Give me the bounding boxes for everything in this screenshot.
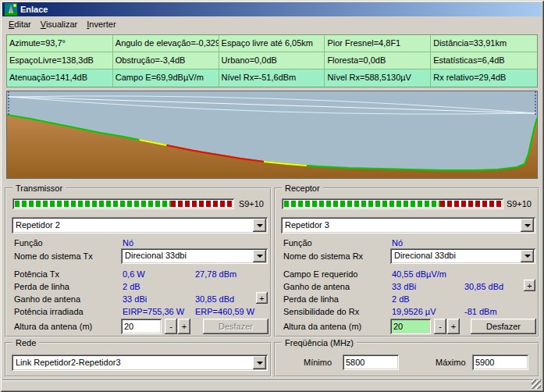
tx-line-loss-label: Perda de linha	[14, 282, 69, 291]
rx-signal-level-label: S9+10	[507, 199, 532, 208]
rx-unit-combobox[interactable]: Repetidor 3	[281, 217, 535, 233]
tx-power-label: Potência Tx	[14, 269, 59, 279]
menubar: Editar Visualizar Inverter	[2, 16, 542, 32]
rx-sens-uv: 19,9526 µV	[392, 307, 436, 316]
rx-signal-meter	[282, 198, 503, 209]
tx-erp-value: ERP=460,59 W	[195, 307, 254, 316]
tx-line-loss-value: 2 dB	[123, 282, 140, 291]
rx-unit-selected: Repetidor 3	[285, 220, 519, 230]
rx-height-decrease-button[interactable]: -	[434, 319, 446, 334]
tx-height-increase-button[interactable]: +	[178, 319, 190, 334]
group-title: Transmissor	[12, 183, 66, 194]
rx-system-selected: Direcional 33dbi	[394, 251, 519, 260]
menu-item-visualizar[interactable]: Visualizar	[36, 17, 83, 31]
tx-radiated-label: Potência irradiada	[14, 307, 84, 316]
info-cell-atenuacao: Atenuação=141,4dB	[7, 69, 113, 87]
dropdown-arrow-icon[interactable]	[253, 219, 266, 232]
info-cell-rx-relativo: Rx relativo=29,4dB	[431, 69, 537, 87]
tx-funcao-value: Nó	[123, 238, 133, 248]
rx-height-label: Altura da antena (m)	[283, 322, 361, 331]
info-row: EspaçoLivre=138,3dB Obstrução=-3,4dB Urb…	[7, 52, 537, 69]
resize-grip[interactable]	[532, 380, 541, 389]
freq-min-input[interactable]	[343, 355, 399, 370]
tx-power-dbm: 27,78 dBm	[195, 269, 236, 279]
tx-signal-meter	[12, 198, 234, 209]
tx-gain-label: Ganho de antena	[14, 294, 80, 304]
tx-unit-selected: Repetidor 2	[16, 220, 251, 230]
rx-gain-plus-button[interactable]: +	[524, 280, 535, 291]
tx-gain-plus-button[interactable]: +	[256, 292, 268, 304]
info-cell-espaco-livre: Espaço livre até 6,05km	[219, 35, 325, 52]
freq-max-input[interactable]	[472, 355, 528, 370]
rx-undo-button[interactable]: Desfazer	[471, 319, 536, 334]
tx-system-label: Nome do sistema Tx	[14, 251, 93, 261]
group-title: Rede	[12, 337, 39, 348]
freq-min-label: Mínimo	[304, 358, 332, 367]
info-cell-urbano: Urbano=0,0dB	[219, 52, 325, 69]
rx-system-combobox[interactable]: Direcional 33dbi	[390, 248, 535, 264]
rx-gain-dbi: 33 dBi	[392, 282, 416, 291]
dropdown-arrow-icon[interactable]	[253, 356, 266, 369]
signal-meter-red-zone	[440, 201, 501, 207]
network-selected: Link Repetidor2-Repetidor3	[16, 358, 251, 367]
tx-height-decrease-button[interactable]: -	[165, 319, 177, 334]
receiver-group: Receptor S9+10 Repetidor 3 Função Nó Nom…	[274, 187, 539, 337]
tx-system-selected: Direcional 33dbi	[125, 251, 251, 260]
terrain-profile-svg	[7, 91, 537, 178]
dropdown-arrow-icon[interactable]	[521, 250, 534, 262]
rx-gain-dbd: 30,85 dBd	[464, 282, 503, 291]
tx-undo-button[interactable]: Desfazer	[203, 319, 268, 334]
rx-height-input[interactable]	[390, 319, 431, 334]
dropdown-arrow-icon[interactable]	[521, 219, 534, 232]
signal-meter-green-zone	[15, 201, 171, 207]
window-title: Enlace	[20, 5, 48, 14]
tx-gain-dbd: 30,85 dBd	[195, 294, 234, 304]
info-cell-obstrucao: Obstrução=-3,4dB	[113, 52, 219, 69]
info-cell-nivel-rx-uv: Nível Rx=588,5130µV	[325, 69, 431, 87]
signal-meter-green-zone	[284, 201, 440, 207]
tx-eirp-value: EIRP=755,36 W	[123, 307, 184, 316]
rx-line-loss-value: 2 dB	[392, 294, 410, 304]
tx-system-combobox[interactable]: Direcional 33dbi	[121, 248, 268, 264]
tx-height-label: Altura da antena (m)	[14, 322, 92, 331]
tx-height-input[interactable]	[121, 319, 162, 334]
rx-funcao-label: Função	[283, 238, 312, 248]
info-cell-floresta: Floresta=0,0dB	[325, 52, 431, 69]
tx-signal-level-label: S9+10	[239, 199, 264, 208]
tx-unit-combobox[interactable]: Repetidor 2	[12, 217, 268, 233]
info-cell-azimute: Azimute=93,7°	[7, 35, 113, 52]
menu-item-editar[interactable]: Editar	[4, 17, 36, 31]
info-cell-elevacao: Angulo de elevação=-0,329°	[113, 35, 219, 52]
window-icon[interactable]	[5, 3, 17, 16]
group-title: Freqüência (MHz)	[282, 337, 357, 348]
rx-sens-dbm: -81 dBm	[464, 307, 497, 316]
rx-height-increase-button[interactable]: +	[447, 319, 460, 334]
signal-meter-red-zone	[171, 201, 232, 207]
menu-item-inverter[interactable]: Inverter	[82, 17, 120, 31]
network-combobox[interactable]: Link Repetidor2-Repetidor3	[12, 355, 268, 371]
info-cell-nivel-rx-dbm: Nível Rx=-51,6dBm	[219, 69, 325, 87]
titlebar[interactable]: Enlace	[2, 2, 542, 16]
info-row: Atenuação=141,4dB Campo E=69,9dBµV/m Nív…	[7, 69, 537, 87]
rx-line-loss-label: Perda de linha	[283, 294, 339, 304]
tx-gain-dbi: 33 dBi	[123, 294, 147, 304]
info-cell-espacolivre-db: EspaçoLivre=138,3dB	[7, 52, 113, 69]
network-group: Rede Link Repetidor2-Repetidor3	[5, 342, 272, 377]
freq-max-label: Máximo	[436, 358, 466, 367]
rx-gain-label: Ganho de antena	[283, 282, 350, 291]
rx-sens-label: Sensibilidade do Rx	[283, 307, 359, 316]
info-row: Azimute=93,7° Angulo de elevação=-0,329°…	[7, 35, 537, 52]
rx-funcao-value: Nó	[392, 238, 403, 248]
link-info-grid: Azimute=93,7° Angulo de elevação=-0,329°…	[6, 34, 538, 87]
group-title: Receptor	[282, 183, 323, 194]
rx-efield-label: Campo E requerido	[283, 269, 357, 279]
frequency-group: Freqüência (MHz) Mínimo Máximo	[274, 342, 539, 377]
enlace-window: Enlace Editar Visualizar Inverter Azimut…	[0, 0, 544, 392]
tx-power-watts: 0,6 W	[123, 269, 145, 279]
info-cell-distancia: Distância=33,91km	[431, 35, 537, 52]
tx-funcao-label: Função	[14, 238, 43, 248]
status-bar	[2, 380, 542, 390]
dropdown-arrow-icon[interactable]	[253, 250, 266, 262]
info-cell-estatisticas: Estatísticas=6,4dB	[431, 52, 537, 69]
rx-system-label: Nome do sistema Rx	[283, 251, 363, 261]
